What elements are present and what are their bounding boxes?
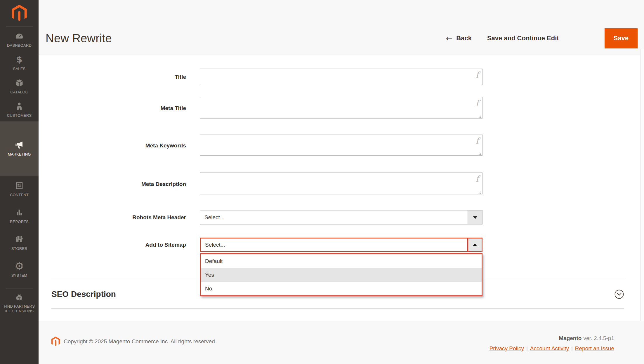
extensions-brick-icon — [15, 292, 24, 302]
chevron-down-icon — [473, 216, 478, 219]
vertical-scrollbar[interactable] — [640, 49, 644, 321]
meta-keywords-field: f — [200, 135, 482, 157]
link-separator: | — [571, 345, 573, 351]
stores-shop-icon — [15, 235, 24, 244]
sidebar-item-marketing[interactable]: MARKETING — [0, 121, 39, 176]
sidebar-item-find-partners[interactable]: FIND PARTNERS & EXTENSIONS — [0, 288, 39, 318]
sidebar-item-dashboard[interactable]: DASHBOARD — [0, 28, 39, 51]
meta-description-field: f — [200, 173, 482, 196]
marketing-megaphone-icon — [15, 140, 24, 150]
meta-description-textarea[interactable] — [200, 173, 482, 194]
footer-links: Privacy Policy|Account Activity|Report a… — [489, 345, 614, 352]
sidebar-item-content[interactable]: CONTENT — [0, 176, 39, 203]
sidebar-item-label: REPORTS — [10, 220, 29, 224]
form-row-meta-keywords: Meta Keywords f — [39, 135, 644, 157]
form-row-add-to-sitemap: Add to Sitemap Select... Default Yes No — [39, 238, 644, 252]
add-to-sitemap-select[interactable]: Select... — [200, 238, 482, 252]
report-an-issue-link[interactable]: Report an Issue — [575, 345, 614, 351]
magento-admin-page: DASHBOARD $ SALES CATALOG — [0, 0, 644, 364]
seo-description-title: SEO Description — [51, 290, 116, 299]
version-line: Magentover. 2.4.5-p1 — [489, 335, 614, 342]
title-field: f — [200, 69, 482, 85]
copyright-text: Copyright © 2025 Magento Commerce Inc. A… — [64, 338, 216, 345]
sidebar-item-label: SYSTEM — [11, 273, 27, 278]
form-row-meta-description: Meta Description f — [39, 173, 644, 196]
page-title: New Rewrite — [46, 32, 112, 45]
sidebar-item-customers[interactable]: CUSTOMERS — [0, 98, 39, 121]
magento-footer-logo-icon — [51, 337, 60, 346]
add-to-sitemap-dropdown: Default Yes No — [200, 253, 482, 296]
sidebar-item-label: SALES — [13, 67, 26, 71]
system-gear-icon: ⚙ — [15, 262, 24, 271]
sidebar-item-system[interactable]: ⚙ SYSTEM — [0, 256, 39, 283]
add-to-sitemap-label: Add to Sitemap — [39, 242, 200, 248]
robots-meta-header-select[interactable]: Select... — [200, 210, 482, 224]
dropdown-option-yes[interactable]: Yes — [201, 268, 482, 282]
reports-chart-icon — [15, 208, 24, 217]
sidebar-menu: DASHBOARD $ SALES CATALOG — [0, 28, 39, 318]
meta-keywords-textarea[interactable] — [200, 135, 482, 156]
sidebar-item-catalog[interactable]: CATALOG — [0, 75, 39, 98]
sidebar-divider — [6, 27, 33, 27]
sidebar-item-label: FIND PARTNERS & EXTENSIONS — [4, 304, 35, 314]
sidebar-item-stores[interactable]: STORES — [0, 229, 39, 256]
sidebar-item-label: MARKETING — [8, 152, 31, 157]
robots-meta-header-label: Robots Meta Header — [39, 214, 200, 221]
footer-right: Magentover. 2.4.5-p1 Privacy Policy|Acco… — [489, 335, 614, 352]
meta-title-label: Meta Title — [39, 105, 200, 112]
save-button[interactable]: Save — [605, 28, 638, 48]
magento-logo[interactable] — [0, 0, 39, 22]
sidebar-item-label: CONTENT — [10, 193, 29, 197]
meta-description-label: Meta Description — [39, 181, 200, 187]
title-input[interactable] — [200, 69, 482, 85]
sidebar-item-label: DASHBOARD — [7, 43, 32, 48]
content-page-icon — [15, 181, 24, 190]
back-button-label: Back — [456, 34, 472, 42]
collapse-chevron-icon[interactable] — [614, 289, 624, 299]
chevron-up-icon — [473, 243, 477, 246]
version-text: ver. 2.4.5-p1 — [583, 335, 614, 341]
magento-logo-icon — [11, 5, 28, 22]
form-row-robots-meta-header: Robots Meta Header Select... — [39, 210, 644, 224]
add-to-sitemap-field: Select... Default Yes No — [200, 238, 482, 252]
page-header: New Rewrite ← Back Save and Continue Edi… — [39, 0, 644, 55]
account-activity-link[interactable]: Account Activity — [530, 345, 569, 351]
dashboard-gauge-icon — [15, 32, 24, 41]
page-footer: Copyright © 2025 Magento Commerce Inc. A… — [39, 321, 644, 364]
select-arrow-button[interactable] — [467, 238, 482, 251]
dropdown-option-no[interactable]: No — [201, 282, 482, 295]
meta-title-textarea[interactable] — [200, 97, 482, 119]
back-arrow-icon: ← — [446, 34, 453, 43]
title-label: Title — [39, 74, 200, 80]
customers-person-icon — [15, 102, 24, 111]
sidebar-item-label: CATALOG — [10, 90, 28, 95]
form-row-meta-title: Meta Title f — [39, 97, 644, 120]
footer-left: Copyright © 2025 Magento Commerce Inc. A… — [51, 337, 216, 346]
select-value: Select... — [201, 242, 225, 248]
link-separator: | — [526, 345, 528, 351]
save-and-continue-button[interactable]: Save and Continue Edit — [487, 34, 559, 42]
magento-brand-text: Magento — [559, 335, 581, 341]
sidebar-item-label: CUSTOMERS — [7, 113, 32, 118]
sidebar-item-label: STORES — [11, 246, 27, 251]
meta-keywords-label: Meta Keywords — [39, 142, 200, 149]
robots-meta-header-field: Select... — [200, 210, 482, 224]
dropdown-option-default[interactable]: Default — [201, 254, 482, 268]
privacy-policy-link[interactable]: Privacy Policy — [489, 345, 524, 351]
sidebar-item-sales[interactable]: $ SALES — [0, 51, 39, 75]
select-value: Select... — [200, 214, 225, 221]
admin-sidebar: DASHBOARD $ SALES CATALOG — [0, 0, 39, 364]
catalog-box-icon — [15, 78, 24, 88]
meta-title-field: f — [200, 97, 482, 120]
sales-dollar-icon: $ — [16, 55, 22, 64]
sidebar-item-reports[interactable]: REPORTS — [0, 203, 39, 229]
header-actions: ← Back Save and Continue Edit Save — [446, 28, 638, 48]
back-button[interactable]: ← Back — [446, 34, 472, 43]
form-row-title: Title f — [39, 69, 644, 85]
select-arrow-button[interactable] — [468, 210, 482, 224]
